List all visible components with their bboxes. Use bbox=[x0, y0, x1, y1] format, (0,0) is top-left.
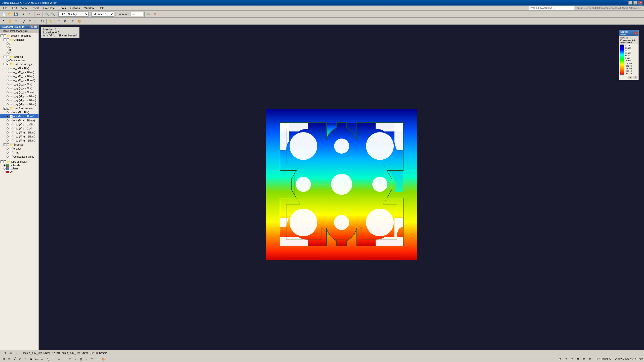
expand-warping[interactable]: − bbox=[4, 56, 6, 58]
nav-close[interactable]: ✕ bbox=[34, 25, 37, 28]
btb-draw-curve[interactable]: ⌒ bbox=[51, 357, 56, 361]
menu-window[interactable]: Window bbox=[82, 6, 96, 10]
cb-ust-uv[interactable]: ✓ bbox=[7, 107, 9, 110]
tb2-select[interactable]: ↖ bbox=[1, 18, 7, 24]
tb-zoom-in[interactable]: 🔍 bbox=[44, 11, 50, 17]
radio-isolines[interactable] bbox=[4, 168, 6, 170]
btb-right-3[interactable]: ⊡ bbox=[569, 357, 574, 361]
menu-edit[interactable]: Edit bbox=[10, 6, 19, 10]
btb-right-1[interactable]: ⊞ bbox=[557, 357, 562, 361]
menu-file[interactable]: File bbox=[1, 6, 10, 10]
btb-snap-line[interactable]: ╱ bbox=[12, 357, 17, 361]
btb-color-fill[interactable]: 🎨 bbox=[101, 357, 106, 361]
radio-s-mu2[interactable] bbox=[7, 115, 9, 117]
radio-ord-y[interactable] bbox=[7, 42, 9, 44]
tree-von-mises[interactable]: 📈 Comparison Mises bbox=[0, 155, 38, 159]
menu-help[interactable]: Help bbox=[97, 6, 106, 10]
btb-snap-grid[interactable]: ⊞ bbox=[1, 357, 6, 361]
tb-zoom-out[interactable]: 🔍 bbox=[50, 11, 56, 17]
nav-pin[interactable]: 📌 bbox=[30, 25, 33, 28]
radio-tau-myz3[interactable] bbox=[7, 103, 9, 105]
tb-open[interactable]: 📂 bbox=[7, 11, 13, 17]
cb-section-props[interactable]: ✓ bbox=[4, 34, 6, 37]
radio-tau-vv1[interactable] bbox=[7, 127, 9, 129]
legend-table-btn[interactable]: ⊞ bbox=[628, 76, 632, 79]
tree-stresses[interactable]: − ✓ 📁 Stresses bbox=[0, 143, 38, 147]
tree-warping[interactable]: − ✓ 📁 Warping bbox=[0, 55, 38, 59]
radio-s-n1[interactable] bbox=[7, 67, 9, 69]
tree-s-mu1[interactable]: 📈 σ_y (M_u = 1kNm²) bbox=[0, 78, 38, 82]
tree-tau-vy[interactable]: 📈 τ_zy (V_y = 1kN) bbox=[0, 82, 38, 86]
tree-tau-myz2[interactable]: 📈 τ_zy (M_yz = 1kNm) bbox=[0, 98, 38, 102]
tb2-draw-circle[interactable]: ○ bbox=[33, 18, 39, 24]
radio-ord-u[interactable] bbox=[7, 49, 9, 51]
member-dropdown[interactable]: Member: 1 bbox=[91, 12, 114, 17]
tree-tau-tot[interactable]: 📈 τ_tot bbox=[0, 151, 38, 155]
tree-isobands[interactable]: Isobands bbox=[0, 164, 38, 167]
tb-new[interactable]: 📄 bbox=[1, 11, 7, 17]
menu-calculate[interactable]: Calculate bbox=[41, 6, 57, 10]
btb-ortho[interactable]: ⊕ bbox=[18, 357, 23, 361]
tree-s-mz1[interactable]: 📈 σ_y (M_z = 1kNm) bbox=[0, 74, 38, 78]
cb-warping[interactable]: ✓ bbox=[7, 56, 9, 58]
btb-polar[interactable]: ◉ bbox=[29, 357, 34, 361]
radio-tau-mu2[interactable] bbox=[7, 135, 9, 138]
tree-ord-y[interactable]: y bbox=[0, 42, 38, 45]
radio-tau-myz1[interactable] bbox=[7, 95, 9, 97]
expand-ust-yz[interactable]: − bbox=[4, 63, 6, 65]
tb-undo[interactable]: ↩ bbox=[21, 11, 27, 17]
radio-isobands[interactable] bbox=[4, 164, 6, 166]
btb-right-4[interactable]: ⊠ bbox=[575, 357, 580, 361]
tb-close-result[interactable]: ✕ bbox=[152, 11, 157, 17]
cb-ordinates[interactable]: ✓ bbox=[7, 38, 9, 41]
tree-tau-mu2[interactable]: 📈 τ_vu (M_u = 1kNm) bbox=[0, 134, 38, 139]
menu-options[interactable]: Options bbox=[68, 6, 82, 10]
btb-right-6[interactable]: ⊖ bbox=[587, 357, 592, 361]
radio-s-mv[interactable] bbox=[7, 119, 9, 121]
radio-tau-vy2[interactable] bbox=[7, 91, 9, 93]
tree-tau-vv1[interactable]: 📈 τ_vu (V_v = 1kN) bbox=[0, 126, 38, 130]
tb-print[interactable]: 🖨 bbox=[36, 11, 41, 17]
tree-tau-mu3[interactable]: 📈 τ_vu (M_u = 1kNm) bbox=[0, 139, 38, 143]
radio-tau-vz[interactable] bbox=[7, 87, 9, 89]
tb2-color[interactable]: 🎨 bbox=[76, 18, 82, 24]
radio-s-n2[interactable] bbox=[7, 111, 9, 113]
tree-tau-vy2[interactable]: 📈 τ_zy (V_y = 1kNm) bbox=[0, 90, 38, 94]
radio-von-mises[interactable] bbox=[7, 156, 9, 158]
tree-tau-myz3[interactable]: 📈 τ_zy (M_yz = 1kNm) bbox=[0, 102, 38, 106]
expand-section-props[interactable]: − bbox=[1, 34, 3, 37]
radio-tau-vy[interactable] bbox=[7, 83, 9, 85]
radio-s-mz1[interactable] bbox=[7, 75, 9, 77]
btb-draw-ellipse[interactable]: ⬭ bbox=[67, 357, 72, 361]
btb-dimension[interactable]: ↕ bbox=[84, 357, 89, 361]
search-input[interactable] bbox=[529, 6, 574, 10]
expand-stresses[interactable]: − bbox=[4, 143, 6, 146]
radio-s-mu1[interactable] bbox=[7, 79, 9, 81]
cb-type-display[interactable]: ✓ bbox=[4, 160, 6, 163]
radio-tau-mu1[interactable] bbox=[7, 131, 9, 133]
btb-sym[interactable]: ⟺ bbox=[34, 357, 39, 361]
menu-view[interactable]: View bbox=[19, 6, 29, 10]
tb2-draw-poly[interactable]: ⬡ bbox=[39, 18, 45, 24]
cb-stresses[interactable]: ✓ bbox=[7, 143, 9, 146]
expand-ordinates[interactable]: − bbox=[4, 38, 6, 41]
tree-off[interactable]: Off bbox=[0, 170, 38, 173]
tb-redo[interactable]: ↪ bbox=[27, 11, 33, 17]
btb-draw-line2[interactable]: ╲ bbox=[45, 357, 50, 361]
tree-isolines[interactable]: Isolines bbox=[0, 167, 38, 170]
radio-ord-z[interactable] bbox=[7, 46, 9, 48]
tree-unit-stress-uv[interactable]: − ✓ 📁 Unit Stresses u,v bbox=[0, 106, 38, 110]
btb-right-5[interactable]: ⊕ bbox=[581, 357, 586, 361]
radio-off[interactable] bbox=[4, 171, 6, 173]
tb2-draw-rect[interactable]: □ bbox=[27, 18, 33, 24]
tree-s-mv[interactable]: 📈 σ_y (M_v = 1kNm²) bbox=[0, 118, 38, 122]
btb-right-2[interactable]: ⊟ bbox=[563, 357, 568, 361]
tb2-grid[interactable]: ⊞ bbox=[56, 18, 62, 24]
tree-s-mu2[interactable]: 📈 σ_y (M_u = 1kNm) bbox=[0, 114, 38, 118]
expand-type-display[interactable]: − bbox=[1, 160, 3, 163]
legend-close-button[interactable]: ✕ bbox=[634, 32, 637, 34]
radio-tau-mu3[interactable] bbox=[7, 140, 9, 142]
location-input[interactable] bbox=[131, 12, 143, 16]
tree-ord-v[interactable]: v bbox=[0, 52, 38, 55]
btb-leader[interactable]: ⟵ bbox=[95, 357, 100, 361]
